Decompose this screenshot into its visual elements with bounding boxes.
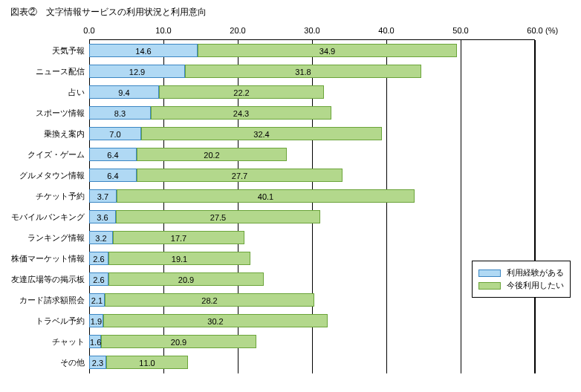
bar-row: その他2.311.0 xyxy=(89,352,534,373)
bar-row: トラベル予約1.930.2 xyxy=(89,310,534,331)
category-label: グルメタウン情報 xyxy=(6,170,85,181)
x-axis-tick: 40.0 xyxy=(378,26,394,35)
category-label: スポーツ情報 xyxy=(6,108,85,119)
bar-row: グルメタウン情報6.427.7 xyxy=(89,165,534,186)
bar-intention: 11.0 xyxy=(106,356,188,369)
chart: 0.010.020.030.040.050.060.0 (%) 天気予報14.6… xyxy=(6,23,575,379)
bar-experience: 3.6 xyxy=(89,210,116,223)
bar-row: スポーツ情報8.324.3 xyxy=(89,102,534,123)
bar-experience: 3.2 xyxy=(89,231,113,244)
bar-experience: 9.4 xyxy=(89,85,159,99)
x-axis-tick: 20.0 xyxy=(230,26,245,35)
category-label: カード請求額照会 xyxy=(6,295,85,306)
x-axis-tick: 50.0 xyxy=(452,26,468,35)
bar-row: ニュース配信12.931.8 xyxy=(89,61,534,82)
bar-intention: 20.9 xyxy=(108,272,264,286)
chart-title: 図表② 文字情報サービスの利用状況と利用意向 xyxy=(6,6,575,19)
bar-row: カード請求額照会2.128.2 xyxy=(89,290,534,310)
category-label: 乗換え案内 xyxy=(6,128,85,140)
bar-intention: 32.4 xyxy=(141,127,382,140)
bar-intention: 28.2 xyxy=(105,293,314,307)
plot-area: 天気予報14.634.9ニュース配信12.931.8占い9.422.2スポーツ情… xyxy=(89,39,535,373)
legend-swatch-blue xyxy=(478,270,501,277)
category-label: クイズ・ゲーム xyxy=(6,149,85,160)
bar-experience: 2.6 xyxy=(89,252,108,265)
bar-row: クイズ・ゲーム6.420.2 xyxy=(89,144,534,165)
bar-experience: 12.9 xyxy=(89,65,185,78)
bar-experience: 8.3 xyxy=(89,106,151,120)
bar-row: チャット1.620.9 xyxy=(89,331,534,352)
bar-intention: 27.7 xyxy=(137,169,343,182)
x-axis-labels: 0.010.020.030.040.050.060.0 xyxy=(89,23,535,39)
bar-row: 天気予報14.634.9 xyxy=(89,40,534,61)
bar-row: 乗換え案内7.032.4 xyxy=(89,123,534,144)
legend: 利用経験がある 今後利用したい xyxy=(472,261,571,298)
bar-experience: 2.6 xyxy=(89,272,108,286)
category-label: ニュース配信 xyxy=(6,66,85,77)
category-label: チャット xyxy=(6,336,85,347)
bar-intention: 24.3 xyxy=(151,106,331,120)
category-label: 友達広場等の掲示板 xyxy=(6,274,85,285)
category-label: トラベル予約 xyxy=(6,316,85,327)
legend-item-experience: 利用経験がある xyxy=(478,267,564,278)
category-label: その他 xyxy=(6,357,85,368)
bar-row: ランキング情報3.217.7 xyxy=(89,227,534,248)
bar-intention: 20.2 xyxy=(137,148,287,161)
bar-intention: 34.9 xyxy=(198,44,457,57)
category-label: モバイルバンキング xyxy=(6,212,85,223)
bar-experience: 6.4 xyxy=(89,169,137,182)
category-label: 株価マーケット情報 xyxy=(6,253,85,264)
bar-row: 株価マーケット情報2.619.1 xyxy=(89,248,534,269)
bar-intention: 30.2 xyxy=(103,314,328,327)
bar-experience: 14.6 xyxy=(89,44,198,57)
bar-intention: 27.5 xyxy=(116,210,320,223)
bar-row: モバイルバンキング3.627.5 xyxy=(89,206,534,227)
x-axis-tick: 0.0 xyxy=(83,26,94,35)
bar-experience: 1.6 xyxy=(89,335,101,348)
bar-experience: 2.3 xyxy=(89,356,106,369)
category-label: ランキング情報 xyxy=(6,232,85,244)
bar-experience: 7.0 xyxy=(89,127,141,140)
category-label: 占い xyxy=(6,87,85,98)
bar-row: チケット予約3.740.1 xyxy=(89,186,534,206)
category-label: 天気予報 xyxy=(6,45,85,56)
legend-label-intention: 今後利用したい xyxy=(507,280,564,291)
x-axis-tick: 60.0 xyxy=(527,26,542,35)
bar-intention: 22.2 xyxy=(159,85,324,99)
bar-intention: 40.1 xyxy=(117,189,415,203)
category-label: チケット予約 xyxy=(6,191,85,202)
axis-unit: (%) xyxy=(545,26,558,35)
bar-experience: 6.4 xyxy=(89,148,137,161)
gridline xyxy=(535,40,536,373)
x-axis-tick: 30.0 xyxy=(304,26,319,35)
legend-swatch-green xyxy=(478,282,501,290)
bar-intention: 19.1 xyxy=(108,252,250,265)
bar-intention: 20.9 xyxy=(101,335,256,348)
x-axis-tick: 10.0 xyxy=(155,26,171,35)
bar-intention: 17.7 xyxy=(113,231,244,244)
bar-experience: 2.1 xyxy=(89,293,105,307)
legend-item-intention: 今後利用したい xyxy=(478,280,564,291)
bar-row: 占い9.422.2 xyxy=(89,82,534,102)
bar-experience: 3.7 xyxy=(89,189,117,203)
legend-label-experience: 利用経験がある xyxy=(507,267,564,278)
bar-experience: 1.9 xyxy=(89,314,103,327)
bar-row: 友達広場等の掲示板2.620.9 xyxy=(89,269,534,290)
bar-intention: 31.8 xyxy=(185,65,421,78)
